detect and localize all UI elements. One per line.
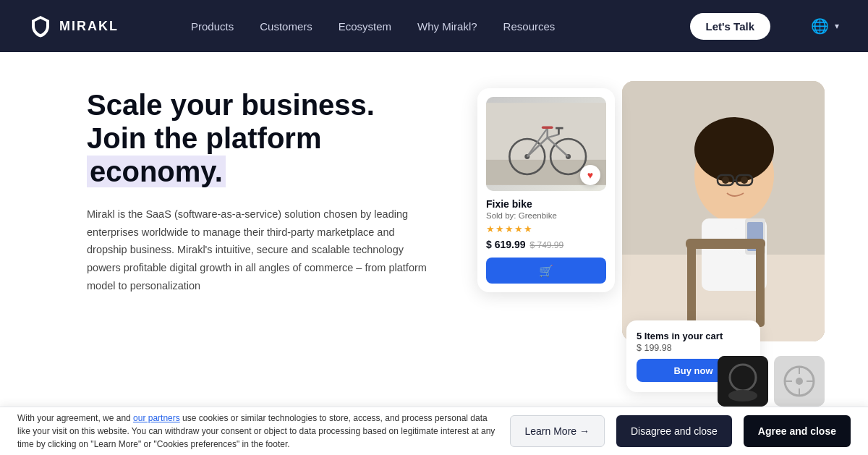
cart-icon: 🛒 [539, 264, 553, 278]
hero-left: Scale your business. Join the platform e… [87, 81, 434, 407]
learn-more-button[interactable]: Learn More → [510, 415, 605, 447]
lets-talk-button[interactable]: Let's Talk [690, 13, 770, 40]
svg-point-26 [741, 177, 748, 184]
cookie-banner: With your agreement, we and our partners… [0, 407, 868, 455]
thumbnail-2 [774, 356, 825, 407]
person-image [622, 81, 825, 341]
hero-right: ♥ Fixie bike Sold by: Greenbike ★★★★★ $ … [477, 81, 810, 407]
nav-customers[interactable]: Customers [260, 20, 312, 33]
agree-button[interactable]: Agree and close [744, 415, 851, 447]
person-illustration [622, 81, 825, 341]
nav-ecosystem[interactable]: Ecosystem [339, 20, 391, 33]
chevron-down-icon: ▾ [835, 21, 839, 31]
cookie-text-before: With your agreement, we and [17, 413, 133, 423]
globe-icon: 🌐 [811, 17, 829, 35]
disagree-button[interactable]: Disagree and close [616, 415, 732, 447]
nav-why-mirakl[interactable]: Why Mirakl? [417, 20, 477, 33]
hero-headline: Scale your business. Join the platform e… [87, 88, 434, 188]
headline-line3: economy. [87, 156, 226, 187]
svg-rect-28 [756, 240, 765, 327]
svg-rect-27 [687, 240, 696, 327]
logo-text: MIRAKL [59, 19, 119, 34]
logo[interactable]: MIRAKL [29, 14, 119, 38]
svg-point-25 [722, 177, 729, 184]
product-sold-by: Sold by: Greenbike [486, 211, 606, 220]
product-card: ♥ Fixie bike Sold by: Greenbike ★★★★★ $ … [477, 88, 615, 292]
nav-products[interactable]: Products [191, 20, 234, 33]
svg-rect-11 [542, 127, 553, 129]
svg-point-32 [728, 390, 757, 401]
heart-button[interactable]: ♥ [580, 165, 600, 185]
navbar: MIRAKL Products Customers Ecosystem Why … [0, 0, 868, 52]
add-to-cart-button[interactable]: 🛒 [486, 258, 606, 284]
thumbnail-1 [718, 356, 768, 407]
hero-body: Mirakl is the SaaS (software-as-a-servic… [87, 205, 434, 294]
svg-rect-29 [686, 239, 765, 249]
language-selector[interactable]: 🌐 ▾ [811, 17, 839, 35]
nav-resources[interactable]: Resources [503, 20, 556, 33]
price-current: $ 619.99 [486, 239, 526, 250]
headline-line1: Scale your business. [87, 89, 375, 121]
price-original: $ 749.99 [530, 240, 564, 250]
cart-price: $ 199.98 [637, 343, 750, 353]
price-row: $ 619.99 $ 749.99 [486, 239, 606, 250]
headline-line2: Join the platform [87, 122, 321, 154]
product-stars: ★★★★★ [486, 224, 606, 234]
svg-point-35 [796, 378, 803, 385]
thumbnail-strip [718, 356, 825, 407]
cookie-partners-link[interactable]: our partners [133, 413, 180, 423]
svg-point-17 [694, 117, 774, 182]
nav-links: Products Customers Ecosystem Why Mirakl?… [191, 20, 661, 33]
logo-shield-icon [29, 14, 52, 38]
main-content: Scale your business. Join the platform e… [0, 52, 868, 407]
cart-title: 5 Items in your cart [637, 331, 750, 341]
product-title: Fixie bike [486, 198, 606, 210]
cookie-text: With your agreement, we and our partners… [17, 412, 498, 451]
product-image: ♥ [486, 97, 606, 191]
